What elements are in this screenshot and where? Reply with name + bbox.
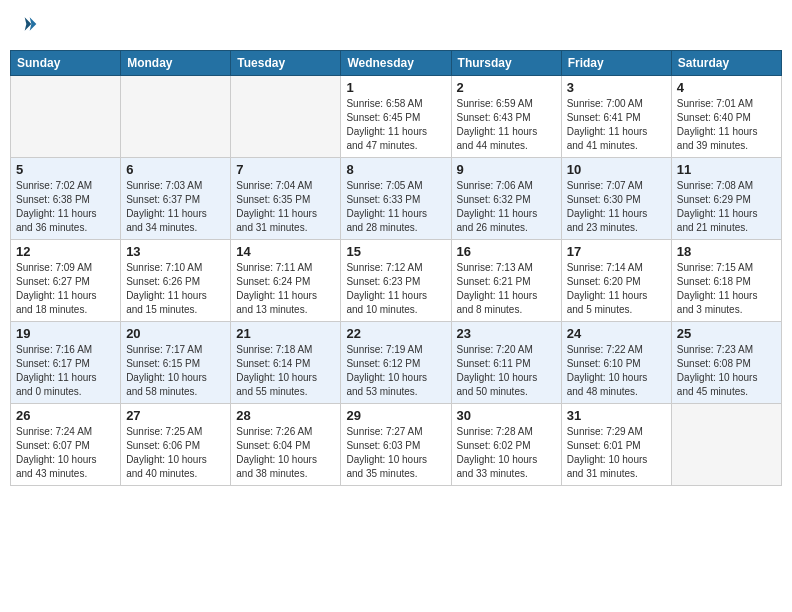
day-number: 8 (346, 162, 445, 177)
day-number: 29 (346, 408, 445, 423)
calendar-week-4: 19Sunrise: 7:16 AM Sunset: 6:17 PM Dayli… (11, 322, 782, 404)
calendar-week-5: 26Sunrise: 7:24 AM Sunset: 6:07 PM Dayli… (11, 404, 782, 486)
calendar-cell: 26Sunrise: 7:24 AM Sunset: 6:07 PM Dayli… (11, 404, 121, 486)
header-tuesday: Tuesday (231, 51, 341, 76)
day-info: Sunrise: 6:58 AM Sunset: 6:45 PM Dayligh… (346, 97, 445, 153)
day-number: 23 (457, 326, 556, 341)
day-info: Sunrise: 7:02 AM Sunset: 6:38 PM Dayligh… (16, 179, 115, 235)
day-info: Sunrise: 7:09 AM Sunset: 6:27 PM Dayligh… (16, 261, 115, 317)
day-info: Sunrise: 7:25 AM Sunset: 6:06 PM Dayligh… (126, 425, 225, 481)
day-number: 11 (677, 162, 776, 177)
calendar-cell: 2Sunrise: 6:59 AM Sunset: 6:43 PM Daylig… (451, 76, 561, 158)
calendar-cell: 27Sunrise: 7:25 AM Sunset: 6:06 PM Dayli… (121, 404, 231, 486)
day-number: 18 (677, 244, 776, 259)
calendar-cell: 9Sunrise: 7:06 AM Sunset: 6:32 PM Daylig… (451, 158, 561, 240)
header-monday: Monday (121, 51, 231, 76)
calendar-cell: 13Sunrise: 7:10 AM Sunset: 6:26 PM Dayli… (121, 240, 231, 322)
logo-icon (18, 14, 38, 34)
day-info: Sunrise: 7:13 AM Sunset: 6:21 PM Dayligh… (457, 261, 556, 317)
day-number: 6 (126, 162, 225, 177)
calendar-week-1: 1Sunrise: 6:58 AM Sunset: 6:45 PM Daylig… (11, 76, 782, 158)
day-info: Sunrise: 7:28 AM Sunset: 6:02 PM Dayligh… (457, 425, 556, 481)
calendar-table: SundayMondayTuesdayWednesdayThursdayFrid… (10, 50, 782, 486)
calendar-cell: 28Sunrise: 7:26 AM Sunset: 6:04 PM Dayli… (231, 404, 341, 486)
day-number: 17 (567, 244, 666, 259)
day-info: Sunrise: 7:00 AM Sunset: 6:41 PM Dayligh… (567, 97, 666, 153)
day-info: Sunrise: 7:03 AM Sunset: 6:37 PM Dayligh… (126, 179, 225, 235)
calendar-cell: 18Sunrise: 7:15 AM Sunset: 6:18 PM Dayli… (671, 240, 781, 322)
calendar-cell: 20Sunrise: 7:17 AM Sunset: 6:15 PM Dayli… (121, 322, 231, 404)
day-number: 7 (236, 162, 335, 177)
day-info: Sunrise: 6:59 AM Sunset: 6:43 PM Dayligh… (457, 97, 556, 153)
calendar-cell: 16Sunrise: 7:13 AM Sunset: 6:21 PM Dayli… (451, 240, 561, 322)
calendar-cell: 19Sunrise: 7:16 AM Sunset: 6:17 PM Dayli… (11, 322, 121, 404)
calendar-cell: 14Sunrise: 7:11 AM Sunset: 6:24 PM Dayli… (231, 240, 341, 322)
day-info: Sunrise: 7:29 AM Sunset: 6:01 PM Dayligh… (567, 425, 666, 481)
calendar-week-2: 5Sunrise: 7:02 AM Sunset: 6:38 PM Daylig… (11, 158, 782, 240)
day-info: Sunrise: 7:20 AM Sunset: 6:11 PM Dayligh… (457, 343, 556, 399)
calendar-cell (671, 404, 781, 486)
day-number: 26 (16, 408, 115, 423)
day-info: Sunrise: 7:08 AM Sunset: 6:29 PM Dayligh… (677, 179, 776, 235)
page: SundayMondayTuesdayWednesdayThursdayFrid… (0, 0, 792, 612)
header-saturday: Saturday (671, 51, 781, 76)
day-info: Sunrise: 7:10 AM Sunset: 6:26 PM Dayligh… (126, 261, 225, 317)
day-number: 27 (126, 408, 225, 423)
day-info: Sunrise: 7:16 AM Sunset: 6:17 PM Dayligh… (16, 343, 115, 399)
calendar-cell (11, 76, 121, 158)
calendar-week-3: 12Sunrise: 7:09 AM Sunset: 6:27 PM Dayli… (11, 240, 782, 322)
calendar-cell: 10Sunrise: 7:07 AM Sunset: 6:30 PM Dayli… (561, 158, 671, 240)
calendar-cell: 31Sunrise: 7:29 AM Sunset: 6:01 PM Dayli… (561, 404, 671, 486)
day-number: 4 (677, 80, 776, 95)
calendar-cell: 6Sunrise: 7:03 AM Sunset: 6:37 PM Daylig… (121, 158, 231, 240)
day-number: 2 (457, 80, 556, 95)
day-info: Sunrise: 7:27 AM Sunset: 6:03 PM Dayligh… (346, 425, 445, 481)
day-number: 5 (16, 162, 115, 177)
calendar-cell: 25Sunrise: 7:23 AM Sunset: 6:08 PM Dayli… (671, 322, 781, 404)
day-number: 30 (457, 408, 556, 423)
calendar-cell: 22Sunrise: 7:19 AM Sunset: 6:12 PM Dayli… (341, 322, 451, 404)
day-info: Sunrise: 7:26 AM Sunset: 6:04 PM Dayligh… (236, 425, 335, 481)
calendar-cell: 21Sunrise: 7:18 AM Sunset: 6:14 PM Dayli… (231, 322, 341, 404)
header-sunday: Sunday (11, 51, 121, 76)
calendar-cell: 24Sunrise: 7:22 AM Sunset: 6:10 PM Dayli… (561, 322, 671, 404)
day-number: 12 (16, 244, 115, 259)
day-number: 24 (567, 326, 666, 341)
day-number: 14 (236, 244, 335, 259)
day-number: 28 (236, 408, 335, 423)
day-number: 31 (567, 408, 666, 423)
day-number: 20 (126, 326, 225, 341)
day-number: 13 (126, 244, 225, 259)
calendar-cell: 5Sunrise: 7:02 AM Sunset: 6:38 PM Daylig… (11, 158, 121, 240)
calendar-cell (121, 76, 231, 158)
header-friday: Friday (561, 51, 671, 76)
day-info: Sunrise: 7:22 AM Sunset: 6:10 PM Dayligh… (567, 343, 666, 399)
day-info: Sunrise: 7:23 AM Sunset: 6:08 PM Dayligh… (677, 343, 776, 399)
day-number: 25 (677, 326, 776, 341)
day-number: 15 (346, 244, 445, 259)
calendar-cell: 7Sunrise: 7:04 AM Sunset: 6:35 PM Daylig… (231, 158, 341, 240)
day-number: 1 (346, 80, 445, 95)
calendar-cell: 12Sunrise: 7:09 AM Sunset: 6:27 PM Dayli… (11, 240, 121, 322)
day-info: Sunrise: 7:12 AM Sunset: 6:23 PM Dayligh… (346, 261, 445, 317)
day-number: 21 (236, 326, 335, 341)
day-number: 9 (457, 162, 556, 177)
calendar-cell: 23Sunrise: 7:20 AM Sunset: 6:11 PM Dayli… (451, 322, 561, 404)
calendar-header-row: SundayMondayTuesdayWednesdayThursdayFrid… (11, 51, 782, 76)
calendar-cell: 4Sunrise: 7:01 AM Sunset: 6:40 PM Daylig… (671, 76, 781, 158)
calendar-cell (231, 76, 341, 158)
calendar-cell: 11Sunrise: 7:08 AM Sunset: 6:29 PM Dayli… (671, 158, 781, 240)
day-info: Sunrise: 7:24 AM Sunset: 6:07 PM Dayligh… (16, 425, 115, 481)
day-number: 16 (457, 244, 556, 259)
calendar-cell: 29Sunrise: 7:27 AM Sunset: 6:03 PM Dayli… (341, 404, 451, 486)
day-info: Sunrise: 7:06 AM Sunset: 6:32 PM Dayligh… (457, 179, 556, 235)
day-info: Sunrise: 7:14 AM Sunset: 6:20 PM Dayligh… (567, 261, 666, 317)
day-info: Sunrise: 7:04 AM Sunset: 6:35 PM Dayligh… (236, 179, 335, 235)
header (10, 10, 782, 42)
calendar-cell: 1Sunrise: 6:58 AM Sunset: 6:45 PM Daylig… (341, 76, 451, 158)
calendar-cell: 30Sunrise: 7:28 AM Sunset: 6:02 PM Dayli… (451, 404, 561, 486)
calendar-cell: 15Sunrise: 7:12 AM Sunset: 6:23 PM Dayli… (341, 240, 451, 322)
logo (18, 14, 40, 38)
calendar-cell: 8Sunrise: 7:05 AM Sunset: 6:33 PM Daylig… (341, 158, 451, 240)
calendar-cell: 17Sunrise: 7:14 AM Sunset: 6:20 PM Dayli… (561, 240, 671, 322)
